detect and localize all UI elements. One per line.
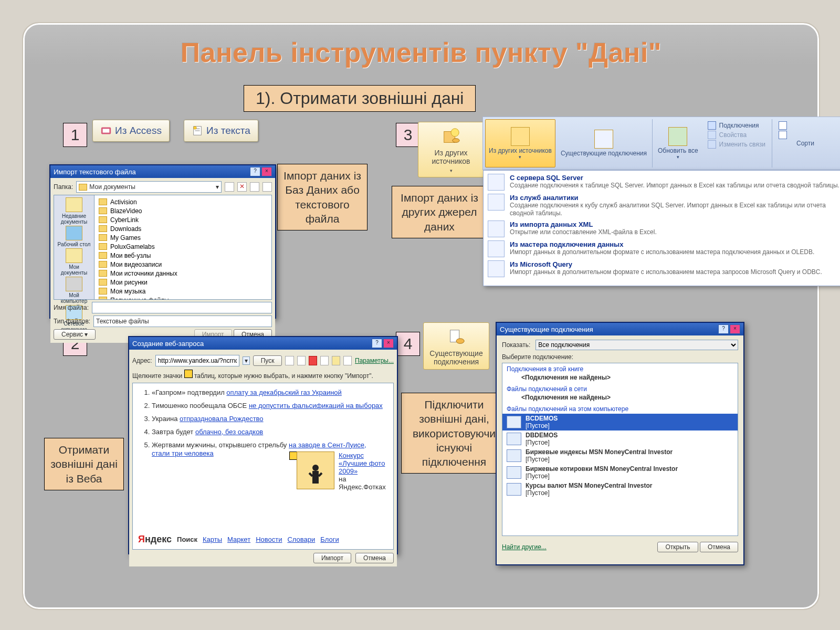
forward-icon[interactable] <box>297 356 306 365</box>
folder-icon <box>99 270 107 277</box>
place-desktop[interactable]: Рабочий стол <box>55 226 93 247</box>
filename-input[interactable] <box>92 302 272 313</box>
sort-desc-icon <box>779 131 787 139</box>
new-folder-icon[interactable] <box>250 182 259 192</box>
dialog-titlebar[interactable]: Создание веб-запроса ? × <box>129 337 397 350</box>
show-dropdown[interactable]: Все подключения <box>536 340 738 350</box>
address-input[interactable] <box>155 355 239 366</box>
list-item[interactable]: Полученные файлы <box>99 296 267 300</box>
news-item[interactable]: Тимошенко пообещала ОБСЕ не допустить фа… <box>152 402 385 411</box>
connection-item[interactable]: Биржевые индексы MSN MoneyCentral Invest… <box>502 447 738 464</box>
params-link[interactable]: Параметры... <box>355 357 394 364</box>
help-button[interactable]: ? <box>250 167 260 176</box>
news-item[interactable]: Завтра будет облачно, без осадков <box>152 428 385 437</box>
cancel-button[interactable]: Отмена <box>355 553 394 563</box>
back-icon[interactable] <box>285 356 293 365</box>
from-access-button[interactable]: Из Access <box>92 120 170 142</box>
tools-button[interactable]: Сервис ▾ <box>54 329 96 340</box>
menu-item[interactable]: Из служб аналитикиСоздание подключения к… <box>488 194 840 217</box>
svg-point-9 <box>453 139 459 143</box>
import-button[interactable]: Импорт <box>313 553 351 563</box>
web-content[interactable]: «Газпром» подтвердил оплату за декабрьск… <box>132 383 394 550</box>
news-link[interactable]: оплату за декабрьский газ Украиной <box>226 388 341 396</box>
svg-rect-13 <box>312 471 319 484</box>
place-mydocs[interactable]: Мои документы <box>55 248 93 276</box>
list-item[interactable]: My Games <box>99 233 267 242</box>
news-link[interactable]: не допустить фальсификаций на выборах <box>249 402 383 410</box>
chevron-down-icon[interactable]: ▾ <box>243 356 250 365</box>
yandex-link[interactable]: Маркет <box>227 536 250 543</box>
delete-icon[interactable]: ✕ <box>237 182 247 192</box>
views-icon[interactable] <box>262 182 272 192</box>
strip-sort-asc[interactable] <box>779 121 787 130</box>
connection-item[interactable]: BCDEMOS[Пустое] <box>502 414 738 430</box>
menu-item[interactable]: С сервера SQL ServerСоздание подключения… <box>488 174 840 191</box>
list-item[interactable]: Activision <box>99 197 267 206</box>
group-book-empty: <Подключения не найдены> <box>502 374 738 383</box>
yandex-link[interactable]: Карты <box>203 536 222 543</box>
place-recent[interactable]: Недавние документы <box>55 197 93 225</box>
connection-item[interactable]: DBDEMOS[Пустое] <box>502 430 738 447</box>
list-item[interactable]: Downloads <box>99 224 267 233</box>
menu-item[interactable]: Из импорта данных XMLОткрытие или сопост… <box>488 220 840 237</box>
strip-refresh-all[interactable]: Обновить все▾ <box>655 119 701 167</box>
other-sources-button[interactable]: Из других источников ▾ <box>418 122 484 177</box>
find-others-link[interactable]: Найти другие... <box>502 543 547 551</box>
dialog-titlebar[interactable]: Существующие подключения ? × <box>497 323 743 335</box>
go-button[interactable]: Пуск <box>253 355 282 366</box>
promo-link[interactable]: Конкурс «Лучшие фото 2009» <box>339 452 385 475</box>
list-item[interactable]: Мои рисунки <box>99 278 267 287</box>
strip-other-sources[interactable]: Из других источников▾ <box>485 119 555 167</box>
news-link[interactable]: отпраздновала Рождество <box>180 415 263 423</box>
yandex-link[interactable]: Словари <box>287 536 315 543</box>
list-item[interactable]: BlazeVideo <box>99 206 267 215</box>
connection-item[interactable]: Курсы валют MSN MoneyCentral Investor[Пу… <box>502 481 738 498</box>
open-button[interactable]: Открыть <box>657 542 698 552</box>
up-icon[interactable] <box>225 182 234 192</box>
list-item[interactable]: Мои видеозаписи <box>99 260 267 269</box>
folder-icon <box>99 198 107 205</box>
list-item[interactable]: CyberLink <box>99 215 267 224</box>
menu-item[interactable]: Из мастера подключения данныхИмпорт данн… <box>488 240 840 257</box>
existing-connections-button[interactable]: Существующие подключения <box>423 322 489 370</box>
dialog-titlebar[interactable]: Импорт текстового файла ? × <box>50 165 275 178</box>
from-access-label: Из Access <box>115 125 162 136</box>
dialog-title: Импорт текстового файла <box>54 168 136 176</box>
strip-existing-conn[interactable]: Существующие подключения <box>558 119 650 167</box>
file-listing[interactable]: ActivisionBlazeVideoCyberLinkDownloadsMy… <box>94 195 272 300</box>
close-button[interactable]: × <box>730 324 740 334</box>
close-button[interactable]: × <box>261 167 272 176</box>
promo-block[interactable]: Конкурс «Лучшие фото 2009» на Яндекс.Фот… <box>297 452 386 491</box>
list-item[interactable]: Моя музыка <box>99 287 267 296</box>
help-button[interactable]: ? <box>718 324 729 334</box>
save-icon[interactable] <box>332 356 340 365</box>
strip-sort[interactable]: Сорти <box>793 119 817 167</box>
connection-icon <box>507 483 521 496</box>
options-icon[interactable] <box>343 356 352 365</box>
list-item[interactable]: Мои источники данных <box>99 269 267 278</box>
refresh-icon[interactable] <box>320 356 329 365</box>
yandex-logo[interactable]: Яндекс <box>138 534 172 545</box>
connection-item[interactable]: Биржевые котировки MSN MoneyCentral Inve… <box>502 464 738 481</box>
filetype-dropdown[interactable]: Текстовые файлы <box>93 316 272 327</box>
place-mycomp[interactable]: Мой компьютер <box>55 277 93 304</box>
folder-dropdown[interactable]: Мои документы ▾ <box>76 181 222 193</box>
yandex-link[interactable]: Новости <box>256 536 282 543</box>
other-sources-icon <box>511 127 530 146</box>
menu-item[interactable]: Из Microsoft QueryИмпорт данных в дополн… <box>488 260 840 277</box>
stop-icon[interactable] <box>309 356 317 365</box>
help-button[interactable]: ? <box>372 339 382 348</box>
connections-listbox[interactable]: Подключения в этой книге <Подключения не… <box>502 363 738 536</box>
news-item[interactable]: Украина отпраздновала Рождество <box>152 415 385 424</box>
close-button[interactable]: × <box>383 339 394 348</box>
news-link[interactable]: облачно, без осадков <box>195 428 263 436</box>
slide-subtitle: 1). Отримати зовнішні дані <box>244 85 476 112</box>
list-item[interactable]: Мои веб-узлы <box>99 251 267 260</box>
list-item[interactable]: PoluxGamelabs <box>99 242 267 251</box>
cancel-button[interactable]: Отмена <box>700 542 738 552</box>
yandex-link[interactable]: Блоги <box>320 536 339 543</box>
strip-sort-desc[interactable] <box>779 131 787 139</box>
news-item[interactable]: «Газпром» подтвердил оплату за декабрьск… <box>152 388 385 397</box>
strip-connections[interactable]: Подключения <box>708 121 765 130</box>
from-text-button[interactable]: Из текста <box>184 120 258 142</box>
